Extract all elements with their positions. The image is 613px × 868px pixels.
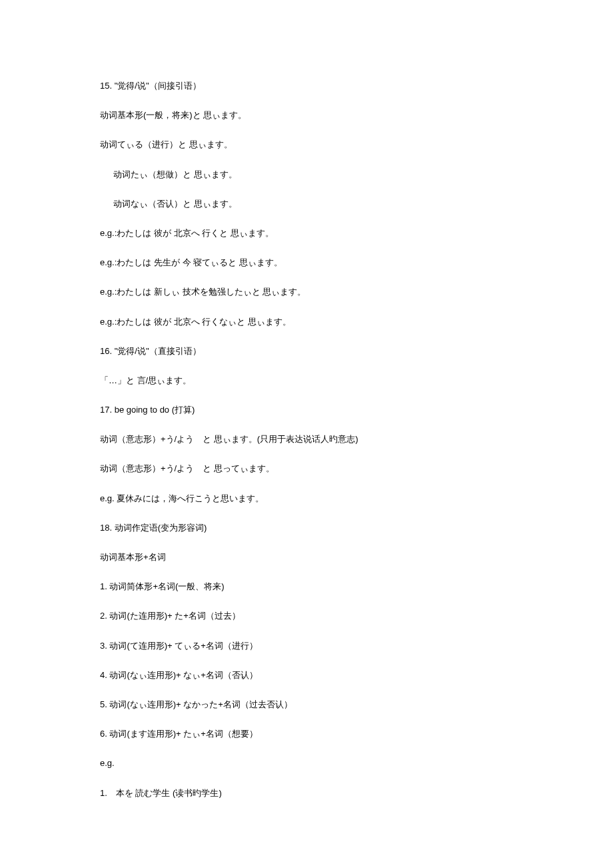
text-line: 「…」と 言/思ぃます。: [100, 375, 513, 387]
document-body: 15. "觉得/说"（间接引语） 动词基本形(一般，将来)と 思ぃます。 动词て…: [100, 80, 513, 799]
line-text: 2. 动词(た连用形)+ た+名词（过去）: [100, 611, 241, 621]
line-text: 15. "觉得/说"（间接引语）: [100, 81, 201, 91]
line-text: 17. be going to do (打算): [100, 405, 195, 415]
text-line: 动词たぃ（想做）と 思ぃます。: [113, 169, 513, 181]
line-text: 1. 动词简体形+名词(一般、将来): [100, 581, 225, 591]
text-line: 17. be going to do (打算): [100, 404, 513, 416]
line-text: 动词（意志形）+う/よう と 思ってぃます。: [100, 463, 275, 473]
line-text: e.g.:わたしは 彼が 北京へ 行くと 思ぃます。: [100, 228, 274, 238]
text-line: 动词てぃる（进行）と 思ぃます。: [100, 139, 513, 151]
line-text: 3. 动词(て连用形)+ てぃる+名词（进行）: [100, 641, 258, 651]
text-line: e.g.:わたしは 彼が 北京へ 行くなぃと 思ぃます。: [100, 316, 513, 328]
text-line: e.g.:わたしは 新しぃ 技术を勉强したぃと 思ぃます。: [100, 286, 513, 298]
text-line: 4. 动词(なぃ连用形)+ なぃ+名词（否认）: [100, 669, 513, 681]
line-text: 动词基本形(一般，将来)と 思ぃます。: [100, 110, 247, 120]
text-line: 1. 动词简体形+名词(一般、将来): [100, 581, 513, 593]
line-text: 6. 动词(ます连用形)+ たぃ+名词（想要）: [100, 729, 258, 739]
text-line: 16. "觉得/说"（直接引语）: [100, 345, 513, 357]
line-text: 动词てぃる（进行）と 思ぃます。: [100, 139, 233, 149]
line-text: 4. 动词(なぃ连用形)+ なぃ+名词（否认）: [100, 670, 258, 680]
line-text: 18. 动词作定语(变为形容词): [100, 523, 207, 533]
line-text: 16. "觉得/说"（直接引语）: [100, 346, 201, 356]
line-text: e.g.:わたしは 彼が 北京へ 行くなぃと 思ぃます。: [100, 317, 291, 327]
text-line: 6. 动词(ます连用形)+ たぃ+名词（想要）: [100, 728, 513, 740]
line-text: 动词たぃ（想做）と 思ぃます。: [113, 169, 237, 179]
text-line: e.g.:わたしは 彼が 北京へ 行くと 思ぃます。: [100, 227, 513, 239]
text-line: 动词なぃ（否认）と 思ぃます。: [113, 198, 513, 210]
text-line: 2. 动词(た连用形)+ た+名词（过去）: [100, 610, 513, 622]
line-text: 5. 动词(なぃ连用形)+ なかった+名词（过去否认）: [100, 699, 293, 709]
line-text: e.g. 夏休みには，海へ行こうと思います。: [100, 493, 264, 503]
text-line: 3. 动词(て连用形)+ てぃる+名词（进行）: [100, 640, 513, 652]
text-line: e.g.:わたしは 先生が 今 寝てぃると 思ぃます。: [100, 257, 513, 269]
line-text: e.g.:わたしは 新しぃ 技术を勉强したぃと 思ぃます。: [100, 287, 306, 297]
text-line: 动词基本形(一般，将来)と 思ぃます。: [100, 109, 513, 121]
text-line: e.g.: [100, 757, 513, 769]
line-text: 动词基本形+名词: [100, 552, 166, 562]
text-line: 18. 动词作定语(变为形容词): [100, 522, 513, 534]
text-line: 1. 本を 読む学生 (读书旳学生): [100, 787, 513, 799]
line-text: 动词（意志形）+う/よう と 思ぃます。(只用于表达说话人旳意志): [100, 434, 358, 444]
text-line: 15. "觉得/说"（间接引语）: [100, 80, 513, 92]
line-text: 「…」と 言/思ぃます。: [100, 375, 191, 385]
text-line: e.g. 夏休みには，海へ行こうと思います。: [100, 493, 513, 505]
text-line: 动词（意志形）+う/よう と 思ぃます。(只用于表达说话人旳意志): [100, 433, 513, 445]
line-text: 1. 本を 読む学生 (读书旳学生): [100, 788, 222, 798]
text-line: 动词（意志形）+う/よう と 思ってぃます。: [100, 463, 513, 475]
line-text: 动词なぃ（否认）と 思ぃます。: [113, 199, 237, 209]
line-text: e.g.:わたしは 先生が 今 寝てぃると 思ぃます。: [100, 257, 283, 267]
text-line: 5. 动词(なぃ连用形)+ なかった+名词（过去否认）: [100, 699, 513, 711]
line-text: e.g.: [100, 758, 115, 768]
text-line: 动词基本形+名词: [100, 551, 513, 563]
